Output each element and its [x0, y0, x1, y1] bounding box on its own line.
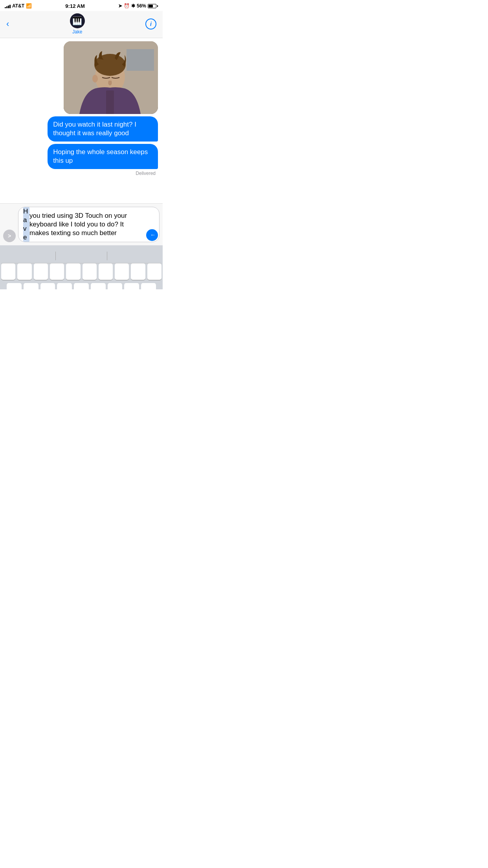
keyboard-row-1 [1, 263, 161, 280]
svg-rect-1 [127, 49, 154, 71]
keyboard-row-2 [1, 283, 161, 289]
alarm-icon: ⏰ [124, 3, 130, 9]
messages-area: Did you watch it last night? I thought i… [0, 38, 163, 203]
input-area: > Have you tried using 3D Touch on your … [0, 203, 163, 245]
pred-divider-1 [55, 252, 56, 260]
location-icon: ➤ [118, 3, 122, 9]
key-o[interactable] [131, 263, 145, 280]
key-h[interactable] [91, 283, 106, 289]
send-button[interactable]: ↑ [146, 229, 158, 241]
key-f[interactable] [57, 283, 72, 289]
key-r[interactable] [50, 263, 64, 280]
piano-icon: 🎹 [72, 16, 82, 26]
pred-divider-2 [107, 252, 107, 260]
key-l[interactable] [141, 283, 156, 289]
key-u[interactable] [99, 263, 113, 280]
signal-bar-1 [5, 7, 6, 8]
status-time: 9:12 AM [65, 3, 84, 9]
wifi-icon: 📶 [26, 3, 32, 9]
media-bubble[interactable] [64, 41, 158, 114]
send-icon: ↑ [149, 234, 155, 237]
delivered-status: Delivered [5, 171, 158, 176]
signal-bar-2 [6, 6, 7, 8]
status-bar: AT&T 📶 9:12 AM ➤ ⏰ ✱ 56% [0, 0, 163, 11]
back-button[interactable]: ‹ [6, 19, 9, 29]
bubble-blue-2: Hoping the whole season keeps this up [48, 144, 158, 169]
bluetooth-icon: ✱ [131, 3, 135, 9]
key-i[interactable] [115, 263, 129, 280]
header-center[interactable]: 🎹 Jake [70, 13, 85, 35]
input-rest-text: you tried using 3D Touch on your keyboar… [29, 211, 143, 237]
navigation-header: ‹ 🎹 Jake i [0, 11, 163, 38]
key-q[interactable] [1, 263, 15, 280]
signal-bar-4 [9, 5, 11, 8]
input-first-word: Have [23, 207, 29, 242]
key-e[interactable] [34, 263, 48, 280]
key-d[interactable] [40, 283, 55, 289]
info-button[interactable]: i [145, 18, 156, 29]
status-right: ➤ ⏰ ✱ 56% [118, 3, 158, 9]
key-k[interactable] [124, 283, 139, 289]
status-left: AT&T 📶 [5, 3, 32, 9]
key-g[interactable] [74, 283, 89, 289]
bubble-blue-1: Did you watch it last night? I thought i… [48, 116, 158, 142]
input-wrapper: Have you tried using 3D Touch on your ke… [18, 207, 160, 242]
message-text-1: Did you watch it last night? I thought i… [53, 121, 136, 137]
key-y[interactable] [83, 263, 97, 280]
svg-point-6 [92, 75, 98, 83]
sent-message-2: Hoping the whole season keeps this up [5, 144, 158, 169]
contact-name: Jake [72, 29, 82, 35]
battery-indicator [148, 4, 158, 8]
media-message [5, 41, 158, 114]
expand-icon: > [8, 233, 11, 239]
battery-percent: 56% [137, 3, 146, 9]
back-chevron-icon: ‹ [6, 19, 9, 29]
info-icon: i [150, 21, 152, 27]
keyboard [0, 245, 163, 289]
battery-body [148, 4, 156, 8]
battery-tip [157, 5, 158, 7]
sent-message-1: Did you watch it last night? I thought i… [5, 116, 158, 142]
message-text-2: Hoping the whole season keeps this up [53, 148, 148, 164]
contact-avatar: 🎹 [70, 13, 85, 28]
battery-fill [149, 5, 153, 7]
text-input[interactable]: Have you tried using 3D Touch on your ke… [18, 207, 160, 242]
key-p[interactable] [147, 263, 161, 280]
key-w[interactable] [17, 263, 31, 280]
signal-bars [5, 4, 11, 8]
key-a[interactable] [7, 283, 22, 289]
signal-bar-3 [8, 6, 9, 8]
key-t[interactable] [66, 263, 80, 280]
key-j[interactable] [108, 283, 123, 289]
key-s[interactable] [24, 283, 39, 289]
svg-rect-7 [106, 90, 114, 114]
person-image [64, 41, 158, 114]
carrier-label: AT&T [12, 3, 24, 9]
expand-button[interactable]: > [3, 230, 16, 242]
predictive-bar [1, 248, 161, 263]
